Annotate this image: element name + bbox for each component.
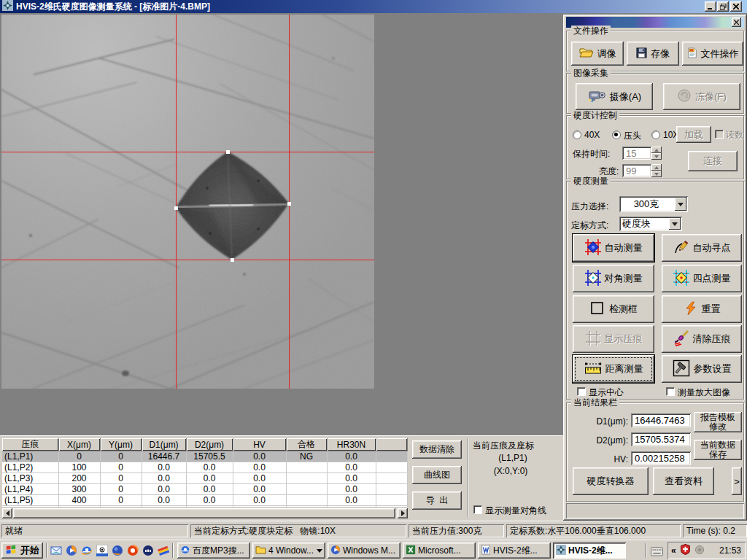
report-template-button[interactable]: 报告模板修改 xyxy=(694,412,742,432)
table-row[interactable]: (L1,P5)40000.00.00.00.0 xyxy=(2,495,408,506)
hammer-icon xyxy=(673,359,690,379)
hold-time-stepper[interactable] xyxy=(651,147,662,160)
scroll-left-icon[interactable] xyxy=(2,508,12,518)
clock[interactable]: 21:53 xyxy=(719,545,746,556)
eye-app-icon[interactable] xyxy=(96,544,108,556)
read-checkbox[interactable] xyxy=(715,130,724,139)
measure-group-title: 硬度测量 xyxy=(571,176,611,186)
task-group-dropdown-icon[interactable] xyxy=(317,549,322,553)
brightness-field[interactable]: 99 xyxy=(622,164,651,177)
hold-time-field[interactable]: 15 xyxy=(622,147,651,160)
table-row-empty xyxy=(2,506,408,508)
window-title: HVIS-2维氏硬度图像测量系统 - [标准图片-4.BMP] xyxy=(16,1,210,13)
zoom-image-checkbox[interactable] xyxy=(666,387,675,396)
windows-logo-icon xyxy=(5,544,17,557)
word-icon xyxy=(481,545,491,557)
frame-icon xyxy=(589,300,605,319)
radio-40x[interactable] xyxy=(573,131,581,139)
task-baidu-mp3[interactable]: 百度MP3搜... xyxy=(177,542,250,559)
task-windows-group[interactable]: 4 Window... xyxy=(252,542,325,559)
start-button[interactable]: 开始 xyxy=(1,542,43,559)
close-button[interactable] xyxy=(730,1,742,12)
load-button[interactable]: 加载 xyxy=(676,126,711,143)
export-button[interactable]: 导 出 xyxy=(412,491,462,510)
hardness-converter-button[interactable]: 硬度转换器 xyxy=(573,467,649,495)
result-group: 当前结果栏 D1(μm): 16446.7463 D2(μm): 15705.5… xyxy=(566,402,744,502)
d2-field[interactable]: 15705.5374 xyxy=(631,432,691,446)
load-image-button[interactable]: 调像 xyxy=(571,42,624,66)
four-point-measure-button[interactable]: 四点测量 xyxy=(662,265,742,292)
detect-frame-button[interactable]: 检测框 xyxy=(573,295,654,323)
show-center-checkbox[interactable] xyxy=(577,387,586,396)
outlook-express-icon[interactable] xyxy=(50,544,62,556)
internet-explorer-icon[interactable] xyxy=(80,544,93,556)
media-player-icon[interactable] xyxy=(65,544,77,556)
camera-icon xyxy=(587,88,606,105)
radio-10x[interactable] xyxy=(651,131,660,139)
reset-button[interactable]: 重置 xyxy=(662,295,742,323)
table-hscrollbar[interactable] xyxy=(2,508,408,518)
file-group-title: 文件操作 xyxy=(571,26,611,36)
save-image-button[interactable]: 存像 xyxy=(627,42,679,66)
save-data-button[interactable]: 当前数据保存 xyxy=(694,440,742,460)
auto-measure-button[interactable]: 自动测量 xyxy=(573,234,654,262)
calibration-select[interactable]: 硬度块 xyxy=(619,217,682,231)
distance-measure-button[interactable]: 距离测量 xyxy=(573,355,654,383)
freeze-button[interactable]: 冻像(F) xyxy=(663,83,740,110)
dropdown-arrow-icon[interactable] xyxy=(675,198,686,211)
d1-field[interactable]: 16446.7463 xyxy=(631,413,691,427)
capture-button[interactable]: 摄像(A) xyxy=(576,83,653,110)
dropdown-arrow-icon[interactable] xyxy=(669,218,681,230)
tester-group-title: 硬度计控制 xyxy=(571,110,619,120)
app-icon[interactable] xyxy=(2,0,13,13)
diagonal-measure-button[interactable]: 对角测量 xyxy=(573,265,654,292)
task-microsoft-excel[interactable]: Microsoft... xyxy=(403,542,476,559)
task-hvis-document[interactable]: HVIS-2维... xyxy=(478,542,551,559)
radio-indenter[interactable] xyxy=(612,131,621,139)
curve-chart-button[interactable]: 曲线图 xyxy=(412,466,462,484)
minimize-button[interactable] xyxy=(705,1,716,12)
brightness-stepper[interactable] xyxy=(651,164,662,177)
table-row[interactable]: (L1,P3)20000.00.00.00.0 xyxy=(2,473,408,484)
view-data-button[interactable]: 查看资料 xyxy=(653,467,714,495)
keyboard-layout-icon[interactable] xyxy=(651,545,663,558)
file-group: 文件操作 调像 存像 文件操作 xyxy=(566,31,744,71)
show-indent-button[interactable]: 显示压痕 xyxy=(573,325,654,353)
restore-button[interactable] xyxy=(717,1,729,12)
show-diagonal-checkbox[interactable] xyxy=(473,505,482,514)
tray-chevron-icon[interactable]: « xyxy=(671,545,676,556)
media-player-icon xyxy=(330,545,341,557)
pressure-select[interactable]: 300克 xyxy=(619,196,688,212)
parameter-settings-button[interactable]: 参数设置 xyxy=(662,355,742,383)
scrollbar-thumb[interactable] xyxy=(13,508,395,518)
four-point-icon xyxy=(673,270,689,288)
table-row[interactable]: (L1,P1)0016446.715705.50.0NG0.0 xyxy=(2,451,408,462)
connect-button[interactable]: 连接 xyxy=(688,151,738,171)
results-table[interactable]: 压痕X(μm)Y(μm)D1(μm)D2(μm)HV合格HR30N (L1,P1… xyxy=(2,438,408,507)
swirl-app-icon[interactable] xyxy=(126,544,139,556)
task-windows-media[interactable]: Windows M... xyxy=(328,542,400,559)
specimen-image[interactable] xyxy=(1,15,374,389)
d1-label: D1(μm): xyxy=(571,416,628,427)
clear-indent-button[interactable]: 清除压痕 xyxy=(662,325,742,353)
table-row[interactable]: (L1,P2)10000.00.00.00.0 xyxy=(2,462,408,473)
globe-browser-icon[interactable] xyxy=(111,544,123,556)
clear-data-button[interactable]: 数据清除 xyxy=(412,440,462,459)
hv-field[interactable]: 0.00215258 xyxy=(631,451,691,465)
msn-icon[interactable] xyxy=(142,544,154,556)
panel-footer xyxy=(566,503,744,518)
volume-icon[interactable] xyxy=(694,545,705,557)
auto-find-button[interactable]: 自动寻点 xyxy=(662,234,742,262)
result-group-title: 当前结果栏 xyxy=(571,397,619,408)
results-section: 压痕X(μm)Y(μm)D1(μm)D2(μm)HV合格HR30N (L1,P1… xyxy=(0,435,563,521)
media-app-icon[interactable] xyxy=(157,544,169,556)
more-button[interactable]: > xyxy=(732,467,742,495)
table-row[interactable]: (L1,P4)30000.00.00.00.0 xyxy=(2,484,408,495)
scroll-right-icon[interactable] xyxy=(398,508,408,518)
panel-close-icon[interactable] xyxy=(732,18,741,27)
document-icon xyxy=(687,47,697,61)
security-shield-icon[interactable] xyxy=(680,544,691,557)
task-hvis-app[interactable]: HVIS-2维... xyxy=(553,542,626,559)
file-operations-button[interactable]: 文件操作 xyxy=(682,42,743,66)
capture-group: 图像采集 摄像(A) 冻像(F) xyxy=(566,73,744,114)
